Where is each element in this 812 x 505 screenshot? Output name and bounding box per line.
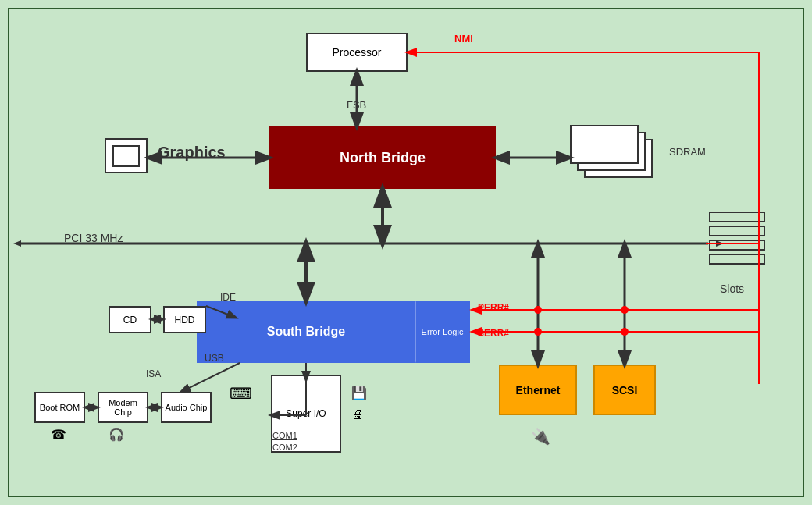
super-io-box: Super I/O <box>271 375 341 453</box>
scsi-label: SCSI <box>612 384 638 397</box>
graphics-label: Graphics <box>158 144 226 162</box>
floppy-icon-2: 🖨 <box>351 407 364 421</box>
svg-point-28 <box>621 306 629 314</box>
sdram-card-1 <box>570 125 639 164</box>
modem-chip-box: Modem Chip <box>98 392 148 423</box>
keyboard-icon: ⌨ <box>230 384 252 403</box>
slots-label: Slots <box>720 283 744 295</box>
svg-rect-2 <box>710 240 764 250</box>
nmi-label: NMI <box>454 33 473 44</box>
super-io-label: Super I/O <box>286 408 326 419</box>
graphics-icon <box>105 138 148 173</box>
sdram-label: SDRAM <box>669 146 706 158</box>
svg-point-33 <box>534 328 542 336</box>
serr-label: SERR# <box>478 328 509 339</box>
pci-label: PCI 33 MHz <box>64 232 123 244</box>
floppy-icon-1: 💾 <box>351 386 367 400</box>
cd-label: CD <box>123 315 137 325</box>
perr-label: PERR# <box>478 302 509 313</box>
svg-rect-0 <box>710 212 764 222</box>
svg-rect-3 <box>710 254 764 264</box>
south-bridge-box: South Bridge <box>197 301 415 363</box>
headphone-icon: 🎧 <box>109 427 124 442</box>
svg-point-27 <box>534 306 542 314</box>
svg-rect-1 <box>710 226 764 236</box>
isa-label: ISA <box>146 368 161 379</box>
ide-label: IDE <box>220 292 236 303</box>
error-logic-label: Error Logic <box>422 327 464 336</box>
monitor-screen <box>112 145 140 167</box>
ethernet-label: Ethernet <box>516 384 561 397</box>
boot-rom-box: Boot ROM <box>34 392 85 423</box>
audio-chip-box: Audio Chip <box>161 392 212 423</box>
slots-area <box>706 211 768 281</box>
svg-point-34 <box>621 328 629 336</box>
fsb-label: FSB <box>347 99 366 111</box>
error-logic-box: Error Logic <box>415 301 470 363</box>
scsi-box: SCSI <box>593 365 656 415</box>
processor-label: Processor <box>332 46 381 59</box>
slots-svg <box>706 211 768 281</box>
north-bridge-box: North Bridge <box>269 126 496 189</box>
hdd-label: HDD <box>175 315 195 325</box>
modem-chip-label: Modem Chip <box>99 398 147 417</box>
usb-label: USB <box>205 353 224 364</box>
diagram-container: Processor North Bridge South Bridge Erro… <box>8 8 804 497</box>
north-bridge-label: North Bridge <box>340 150 426 166</box>
boot-rom-label: Boot ROM <box>40 403 80 412</box>
hdd-box: HDD <box>163 306 206 333</box>
cd-box: CD <box>109 306 151 333</box>
com1-label: COM1 <box>272 431 297 440</box>
phone-icon: ☎ <box>51 427 66 442</box>
south-bridge-label: South Bridge <box>267 325 345 339</box>
arrows-overlay <box>9 9 806 499</box>
svg-marker-8 <box>13 240 21 247</box>
processor-box: Processor <box>306 33 408 72</box>
network-port-icon: 🔌 <box>531 427 550 446</box>
com2-label: COM2 <box>272 443 297 452</box>
audio-chip-label: Audio Chip <box>166 403 208 412</box>
ethernet-box: Ethernet <box>499 365 577 415</box>
